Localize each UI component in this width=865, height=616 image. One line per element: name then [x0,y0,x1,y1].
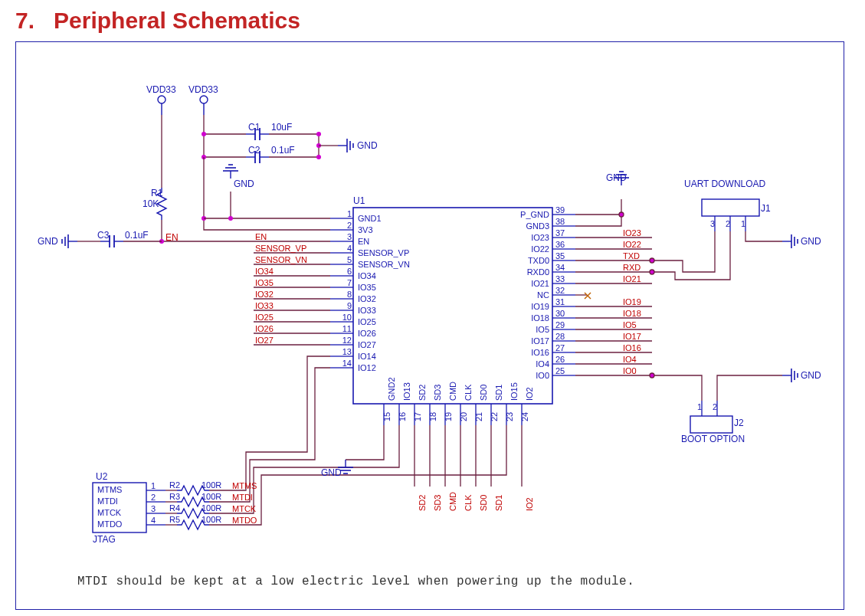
u1-pinname-5: SENSOR_VN [358,260,410,269]
r2-ref: R2 [169,480,180,490]
u1-pinnum-28: 28 [555,332,574,341]
u1-net-7: IO35 [255,278,274,287]
u1-pinname-23: IO15 [509,382,519,401]
u2-label: JTAG [93,534,116,545]
r3-val: 100R [202,492,221,501]
u1-pinnum-5: 5 [336,255,352,264]
u1-net-3: EN [255,232,267,241]
u1-pinnum-25: 25 [555,366,574,375]
u1-pinnum-38: 38 [555,217,574,226]
section-title: Peripheral Schematics [54,8,300,33]
boot-p1: 1 [697,402,702,411]
c2-ref: C2 [248,145,260,156]
u1-pinname-29: IO5 [491,325,549,334]
u1-net-20: CLK [464,495,473,511]
u1-pinnum-12: 12 [336,336,352,345]
gnd-chip-right: GND [606,172,627,183]
u1-pinnum-18: 18 [428,412,437,421]
u1-net-25: IO0 [623,366,637,375]
u1-pinname-32: NC [491,290,549,300]
u1-net-5: SENSOR_VN [255,255,307,264]
u1-net-36: IO22 [623,240,641,249]
u2-net-1: MTMS [232,481,257,490]
u1-pinname-21: SD0 [479,385,488,401]
section-number: 7. [15,8,34,33]
u1-pinnum-34: 34 [555,263,574,272]
u2-pinname-4: MTDO [97,519,122,529]
u1-pinnum-8: 8 [336,290,352,299]
u1-net-21: SD0 [479,495,488,511]
u1-pinname-27: IO16 [491,348,549,357]
section-heading: 7. Peripheral Schematics [15,8,850,34]
u1-pinname-16: IO13 [402,382,411,401]
u1-pinname-31: IO19 [491,302,549,311]
u1-pinnum-9: 9 [336,301,352,310]
u1-net-33: IO21 [623,274,641,283]
svg-rect-77 [690,416,732,433]
u1-pinname-28: IO17 [491,336,549,346]
u1-pinnum-21: 21 [474,412,483,421]
u2-net-2: MTDI [232,493,253,502]
u1-net-18: SD3 [433,495,442,511]
en-net: EN [165,232,179,243]
r5-ref: R5 [169,515,180,524]
u1-pinnum-4: 4 [336,244,352,253]
u1-net-12: IO27 [255,336,274,345]
u1-pinnum-17: 17 [413,412,422,421]
u2-pinname-1: MTMS [97,485,122,494]
u1-pinnum-31: 31 [555,297,574,306]
svg-rect-73 [702,199,759,216]
r3-ref: R3 [169,492,180,501]
u1-pinnum-23: 23 [505,412,514,421]
footnote: MTDI should be kept at a low electric le… [77,575,634,588]
u2-pinnum-3: 3 [151,504,156,513]
u1-pinnum-29: 29 [555,320,574,329]
uart-p3: 3 [710,219,715,228]
vdd33-a: VDD33 [146,84,176,95]
uart-label: UART DOWNLOAD [684,179,765,189]
u1-pinnum-16: 16 [398,412,407,421]
u1-pinnum-19: 19 [444,412,453,421]
u1-net-31: IO19 [623,297,641,306]
u1-pinname-39: P_GND [491,210,549,219]
u1-pinnum-2: 2 [336,221,352,230]
u1-pinname-4: SENSOR_VP [358,248,409,257]
gnd-bot: GND [321,467,342,478]
u1-pinname-35: TXD0 [491,256,549,265]
u1-net-37: IO23 [623,228,641,238]
u1-pinname-11: IO26 [358,329,376,338]
u1-net-4: SENSOR_VP [255,244,306,253]
u1-pinnum-32: 32 [555,286,574,295]
u2-ref: U2 [96,471,107,482]
u1-net-29: IO5 [623,320,637,329]
u1-net-11: IO26 [255,324,274,333]
u1-net-35: TXD [623,251,640,260]
r1-ref: R1 [151,188,160,198]
gnd-uart: GND [801,236,821,247]
u1-pinname-37: IO23 [491,233,549,242]
r4-val: 100R [202,503,221,513]
u1-pinname-36: IO22 [491,244,549,254]
c1-val: 10uF [271,122,292,133]
u1-pinnum-36: 36 [555,240,574,249]
u1-pinname-7: IO35 [358,283,376,292]
u2-pinnum-2: 2 [151,493,156,502]
r4-ref: R4 [169,503,180,513]
u1-pinname-12: IO27 [358,340,376,349]
u1-pinnum-30: 30 [555,309,574,318]
gnd-top-right: GND [357,140,378,151]
u1-pinname-15: GND2 [387,377,396,401]
u1-pinnum-6: 6 [336,267,352,276]
uart-p1: 1 [741,219,745,228]
u1-net-22: SD1 [494,495,503,511]
u2-pinname-3: MTCK [97,508,121,517]
u1-net-17: SD2 [418,495,427,511]
u2-net-4: MTDO [232,516,257,525]
schematic-container: VDD33 VDD33 C1 10uF C2 0.1uF GND R1 10K … [15,41,844,610]
u2-pinname-2: MTDI [97,496,118,506]
u1-pinname-9: IO33 [358,306,376,315]
r5-val: 100R [202,515,221,524]
u1-net-26: IO4 [623,355,637,364]
u1-net-10: IO25 [255,313,274,322]
u1-pinname-2: 3V3 [358,225,373,234]
